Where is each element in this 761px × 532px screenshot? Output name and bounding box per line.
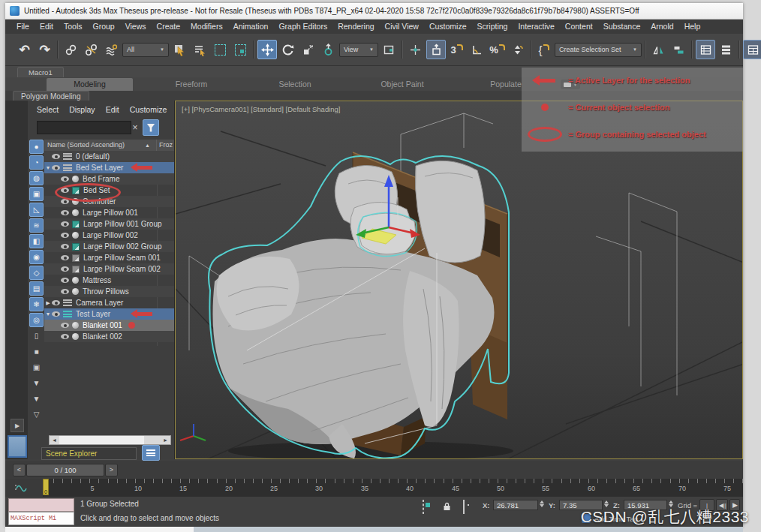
polygon-modeling-panel-tab[interactable]: Polygon Modeling [13,91,89,101]
absolute-offset-mode-icon[interactable] [463,500,465,514]
filter-xrefs-button[interactable]: ◉ [29,250,44,264]
name-column-header[interactable]: Name (Sorted Ascending) [47,140,125,151]
layer-row[interactable]: ▶Camera Layer [44,297,174,308]
toggle-layer-explorer-button[interactable] [717,41,735,59]
toggle-ribbon-button[interactable] [743,40,761,59]
eye-icon[interactable] [52,165,60,170]
x-spinner[interactable] [540,500,544,507]
eye-icon[interactable] [61,221,69,227]
menu-arnold[interactable]: Arnold [645,20,678,34]
filter-bones-button[interactable]: ◇ [29,266,44,280]
filter-spacewarps-button[interactable]: ≋ [29,218,44,233]
group-row[interactable]: Large Pillow Seam 002 [44,263,174,275]
object-row[interactable]: Large Pillow 001 [44,207,174,218]
maxscript-mini-listener-output[interactable] [8,498,74,512]
selection-lock-region-icon[interactable] [423,500,424,514]
edit-named-selection-sets-button[interactable]: { [534,41,553,59]
angle-snap-toggle[interactable] [468,41,486,59]
filter-objects-button[interactable]: ■ [29,344,44,359]
timeline-playhead[interactable]: 0 [43,479,49,495]
filter-button[interactable] [143,119,159,136]
x-coordinate-field[interactable]: 26.781 [493,500,538,510]
time-slider-value[interactable]: 0 / 100 [26,464,104,476]
scrollbar-thumb[interactable] [59,436,144,444]
eye-icon[interactable] [61,176,69,182]
menu-views[interactable]: Views [120,20,152,34]
viewport-label[interactable]: [+] [PhysCamera001] [Standard] [Default … [182,105,341,113]
named-selection-set-dropdown[interactable]: Create Selection Set ▼ [555,43,642,57]
select-and-move-button[interactable] [257,40,277,59]
select-and-manipulate-button[interactable] [426,40,446,59]
selection-filter-dropdown[interactable]: All ▼ [122,43,169,57]
filter-materials-button[interactable]: ▯ [29,329,44,343]
viewport[interactable]: [+] [PhysCamera001] [Standard] [Default … [175,101,743,459]
filter-containers-button[interactable]: ▤ [29,281,44,296]
lock-icon[interactable] [442,500,452,510]
column-header[interactable]: Name (Sorted Ascending) ▲ Froz [44,140,174,152]
macro-tab[interactable]: Macro1 [17,67,64,78]
select-by-name-button[interactable] [191,41,209,59]
menu-modifiers[interactable]: Modifiers [185,20,228,34]
menu-customize[interactable]: Customize [424,20,472,34]
scroll-right-icon[interactable]: ► [161,436,170,444]
filter-groups-button[interactable]: ◧ [29,234,44,248]
eye-icon[interactable] [52,154,60,159]
rectangular-selection-region-button[interactable] [211,41,230,59]
eye-icon[interactable] [52,300,60,305]
viewport-canvas[interactable] [176,101,743,459]
group-row[interactable]: Large Pillow Seam 001 [44,252,174,263]
toggle-scene-explorer-button[interactable] [696,40,715,59]
reference-coordinate-dropdown[interactable]: View ▼ [339,43,378,57]
eye-icon[interactable] [61,255,69,260]
sx-menu-display[interactable]: Display [69,105,95,114]
object-row[interactable]: Mattress [44,275,174,286]
menu-file[interactable]: File [11,20,35,34]
ribbon-tab-freeform[interactable]: Freeform [146,78,236,91]
clear-search-icon[interactable]: × [130,121,140,134]
filter-frozen-button[interactable]: ▣ [29,360,44,374]
menu-group[interactable]: Group [88,20,120,34]
menu-scripting[interactable]: Scripting [472,20,513,34]
use-center-flyout-button[interactable] [380,41,399,59]
menu-create[interactable]: Create [152,20,186,34]
window-crossing-toggle[interactable] [231,41,250,59]
pivot-point-center-button[interactable] [406,41,425,59]
ribbon-tab-modeling[interactable]: Modeling [47,78,133,91]
menu-content[interactable]: Content [560,20,598,34]
filter-cameras-button[interactable]: ▣ [29,187,44,201]
layer-row[interactable]: ▼Bed Set Layer [44,162,174,173]
menu-tools[interactable]: Tools [59,20,88,34]
filter-helpers-button[interactable]: ◺ [29,203,44,217]
filter-lights-button[interactable]: ◍ [29,171,44,185]
eye-icon[interactable] [61,334,69,339]
filter-funnel-off-button[interactable]: ▼ [29,376,44,390]
select-and-scale-button[interactable] [299,41,317,59]
horizontal-scrollbar[interactable]: ◄ ► [49,435,171,445]
select-and-rotate-button[interactable] [278,41,297,59]
sx-menu-select[interactable]: Select [37,105,59,114]
menu-animation[interactable]: Animation [228,20,274,34]
snaps-toggle-3d-button[interactable]: 3 [447,41,466,59]
eye-icon[interactable] [61,233,69,238]
filter-visibility-button[interactable]: ◎ [29,313,44,327]
menu-substance[interactable]: Substance [598,20,646,34]
filter-shapes-button[interactable]: ◔ [29,155,44,170]
search-input[interactable] [37,121,131,134]
frozen-column-header[interactable]: Froz [156,140,173,151]
menu-rendering[interactable]: Rendering [332,20,379,34]
expand-panel-button[interactable]: ▶ [11,419,24,432]
ribbon-tab-selection[interactable]: Selection [250,78,340,91]
filter-geometry-button[interactable]: ● [29,140,44,154]
track-bar[interactable]: 0 5 10 15 20 25 30 35 40 45 50 55 60 65 … [5,479,743,497]
redo-button[interactable]: ↷ [35,41,54,59]
undo-button[interactable]: ↶ [15,41,34,59]
percent-snap-toggle[interactable]: % [488,41,507,59]
layer-mode-button[interactable] [142,445,160,461]
eye-icon[interactable] [61,244,69,249]
expand-icon[interactable]: ▼ [44,311,52,317]
select-and-place-button[interactable] [319,41,338,59]
layer-row[interactable]: 0 (default) [44,151,174,162]
eye-icon[interactable] [61,323,69,328]
filter-basket-button[interactable]: ▽ [29,407,44,422]
eye-icon[interactable] [61,210,69,215]
